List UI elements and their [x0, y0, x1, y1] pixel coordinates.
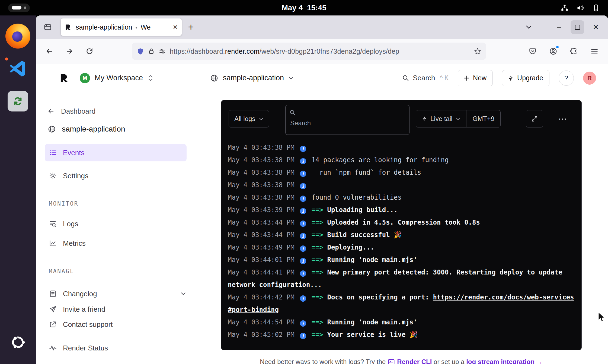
stream-link[interactable]: log stream integration →: [466, 358, 543, 364]
log-row[interactable]: May 4 03:44:41 PMi==> New primary port d…: [228, 266, 575, 291]
pocket-button[interactable]: [526, 45, 539, 58]
sidebar-item-status[interactable]: Render Status: [49, 339, 108, 357]
log-row[interactable]: May 4 03:45:02 PMi==> Your service is li…: [228, 328, 575, 341]
more-options-button[interactable]: ⋯: [554, 110, 572, 127]
forward-button[interactable]: [63, 45, 76, 58]
new-tab-button[interactable]: +: [184, 21, 197, 34]
globe-icon: [210, 74, 218, 82]
sidebar-item-support[interactable]: Contact support: [49, 316, 113, 333]
log-timestamp: May 4 03:43:38 PM: [228, 144, 295, 151]
sidebar-item-logs[interactable]: Logs: [49, 215, 78, 232]
app-header: M My Workspace sample-application Search…: [36, 64, 608, 92]
log-search-input[interactable]: Search: [285, 105, 409, 135]
log-row[interactable]: May 4 03:44:54 PMi==> Running 'node main…: [228, 316, 575, 328]
log-row[interactable]: May 4 03:43:49 PMi==> Deploying...: [228, 241, 575, 254]
info-icon: i: [300, 245, 306, 252]
url-text: https://dashboard.render.com/web/srv-d0b…: [170, 47, 472, 55]
user-avatar[interactable]: R: [583, 72, 596, 85]
hamburger-icon: [591, 47, 598, 55]
permissions-icon[interactable]: [159, 48, 166, 55]
maximize-button[interactable]: [571, 20, 584, 34]
log-row[interactable]: May 4 03:43:44 PMi==> Build successful 🎉: [228, 229, 575, 241]
battery-icon[interactable]: [592, 4, 600, 12]
system-tray[interactable]: [561, 4, 600, 12]
network-icon[interactable]: [561, 4, 568, 12]
cli-link[interactable]: Render CLI: [397, 358, 432, 364]
info-icon: i: [300, 258, 306, 264]
menu-button[interactable]: [588, 45, 601, 58]
sidebar-item-invite[interactable]: Invite a friend: [49, 301, 105, 318]
service-selector[interactable]: sample-application: [210, 64, 293, 92]
log-row[interactable]: May 4 03:44:01 PMi==> Running 'node main…: [228, 254, 575, 266]
log-row[interactable]: May 4 03:44:42 PMi==> Docs on specifying…: [228, 291, 575, 316]
live-tail-dropdown[interactable]: Live tail: [416, 110, 466, 127]
log-row[interactable]: May 4 03:43:38 PMi run `npm fund` for de…: [228, 166, 575, 179]
footer-text-2: or set up a: [432, 358, 466, 364]
log-message: ==> Build successful 🎉: [312, 231, 402, 239]
extensions-button[interactable]: [567, 45, 580, 58]
back-button[interactable]: [43, 45, 56, 58]
tab-close-button[interactable]: ✕: [173, 24, 178, 31]
url-bar[interactable]: https://dashboard.render.com/web/srv-d0b…: [132, 43, 486, 60]
sidebar-item-events[interactable]: Events: [45, 144, 187, 161]
new-button[interactable]: New: [458, 70, 493, 86]
firefox-icon: [5, 24, 30, 49]
log-message: found 0 vulnerabilities: [312, 194, 402, 201]
minimize-button[interactable]: –: [552, 20, 566, 34]
dock-item-firefox[interactable]: [4, 23, 31, 50]
browser-tab[interactable]: sample-application•We ✕: [61, 18, 182, 36]
tab-list-button[interactable]: [522, 21, 535, 34]
app-body: Dashboard sample-application Events Sett…: [36, 92, 608, 364]
log-timestamp: May 4 03:43:44 PM: [228, 231, 295, 239]
workspace-switcher[interactable]: M My Workspace: [80, 73, 153, 83]
firefox-view-button[interactable]: [41, 21, 54, 34]
status-label: Render Status: [63, 344, 108, 352]
bolt-icon: [422, 116, 427, 122]
metrics-label: Metrics: [63, 239, 86, 248]
workspace-pill: [12, 6, 21, 9]
render-logo[interactable]: [59, 73, 69, 83]
log-row[interactable]: May 4 03:43:38 PMi14 packages are lookin…: [228, 154, 575, 166]
lock-icon[interactable]: [148, 48, 155, 55]
dock-item-ubuntu[interactable]: [4, 329, 31, 356]
sidebar-item-metrics[interactable]: Metrics: [49, 235, 86, 252]
log-filter-dropdown[interactable]: All logs: [229, 110, 269, 127]
forward-icon: [65, 47, 73, 55]
log-message: ==> Running 'node main.mjs': [312, 318, 417, 326]
settings-label: Settings: [63, 172, 88, 180]
log-row[interactable]: May 4 03:43:38 PMi: [228, 179, 575, 191]
search-icon: [289, 109, 296, 116]
workspace-indicator[interactable]: [8, 4, 30, 12]
log-timestamp: May 4 03:44:42 PM: [228, 293, 295, 301]
system-clock[interactable]: May 4 15:45: [282, 4, 327, 12]
sidebar-service[interactable]: sample-application: [48, 120, 125, 138]
volume-icon[interactable]: [577, 4, 584, 12]
dock-item-recycle[interactable]: [4, 88, 31, 115]
global-search-button[interactable]: Search ^ K: [402, 74, 449, 82]
expand-button[interactable]: [526, 110, 543, 127]
help-button[interactable]: ?: [559, 71, 574, 86]
log-row[interactable]: May 4 03:43:38 PMi: [228, 141, 575, 154]
account-button[interactable]: [547, 45, 560, 58]
plus-icon: [464, 75, 469, 81]
timezone-button[interactable]: GMT+9: [466, 110, 500, 127]
reload-button[interactable]: [83, 45, 96, 58]
log-list: May 4 03:43:38 PMiMay 4 03:43:38 PMi14 p…: [221, 139, 581, 341]
sidebar-item-settings[interactable]: Settings: [49, 167, 88, 184]
shield-icon[interactable]: [137, 48, 144, 55]
back-to-dashboard[interactable]: Dashboard: [47, 103, 95, 120]
bookmark-star-icon[interactable]: [474, 47, 481, 55]
new-button-label: New: [473, 74, 487, 82]
running-indicator: [5, 58, 8, 60]
log-row[interactable]: May 4 03:43:39 PMi==> Uploading build...: [228, 204, 575, 216]
dock-item-vscode[interactable]: [4, 55, 31, 82]
log-row[interactable]: May 4 03:43:44 PMi==> Uploaded in 4.5s. …: [228, 216, 575, 229]
upgrade-button[interactable]: Upgrade: [502, 70, 549, 86]
log-timestamp: May 4 03:44:54 PM: [228, 318, 295, 326]
sidebar-item-changelog[interactable]: Changelog: [49, 285, 186, 302]
invite-label: Invite a friend: [63, 305, 105, 314]
log-timestamp: May 4 03:43:44 PM: [228, 219, 295, 226]
close-button[interactable]: ✕: [589, 20, 603, 34]
log-row[interactable]: May 4 03:43:38 PMifound 0 vulnerabilitie…: [228, 191, 575, 204]
chevron-down-icon: [526, 25, 532, 29]
